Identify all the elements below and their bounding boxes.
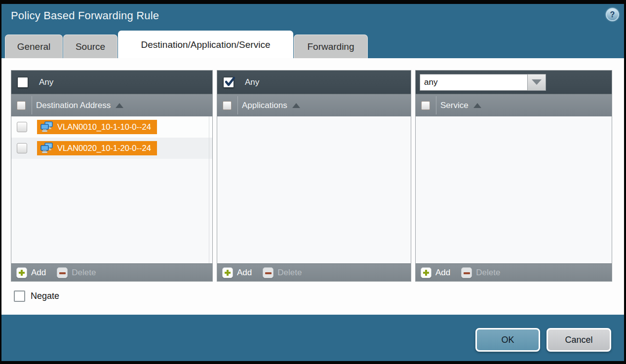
row-checkbox[interactable] [17,122,27,132]
service-list [416,116,612,263]
checkmark-icon [224,76,236,88]
applications-column-header[interactable]: Applications [217,94,411,116]
applications-list [217,116,411,263]
destination-address-column-header[interactable]: Destination Address [11,94,212,116]
plus-icon [421,267,431,278]
dialog-background: Policy Based Forwarding Rule ? General S… [1,4,624,361]
service-dropdown-bar: any [416,71,612,94]
cancel-button[interactable]: Cancel [547,328,611,352]
delete-label: Delete [476,268,500,278]
minus-icon [461,267,472,278]
plus-icon [16,267,27,278]
add-button[interactable]: Add [222,267,252,278]
column-separator [436,96,436,114]
service-column-title: Service [440,101,469,110]
address-object-chip[interactable]: VLAN0010_10-1-10-0--24 [37,120,157,134]
applications-select-all-checkbox[interactable] [223,101,232,110]
policy-forwarding-dialog: Policy Based Forwarding Rule ? General S… [0,0,626,364]
sort-ascending-icon [292,103,300,108]
destination-address-list: VLAN0010_10-1-10-0--24 [11,116,212,263]
ok-button[interactable]: OK [475,328,540,352]
tab-general[interactable]: General [5,35,63,58]
delete-label: Delete [72,268,96,278]
address-object-label: VLAN0020_10-1-20-0--24 [57,144,151,153]
minus-icon [57,267,68,278]
address-object-icon [40,121,53,133]
negate-label: Negate [31,291,59,301]
row-checkbox[interactable] [17,143,27,153]
destination-footer: Add Delete [11,263,212,281]
delete-button[interactable]: Delete [263,267,302,278]
add-label: Add [435,268,450,278]
tab-forwarding[interactable]: Forwarding [294,35,368,58]
applications-column-title: Applications [242,101,287,110]
applications-any-label: Any [245,77,259,87]
negate-control[interactable]: Negate [14,291,59,302]
negate-checkbox[interactable] [14,291,25,302]
address-object-label: VLAN0010_10-1-10-0--24 [57,122,151,132]
sort-ascending-icon [116,103,123,108]
destination-any-label: Any [39,77,53,87]
applications-footer: Add Delete [217,263,411,281]
column-separator [32,96,32,114]
minus-icon [263,267,274,278]
service-footer: Add Delete [416,263,612,281]
applications-any-bar: Any [217,71,411,94]
address-object-chip[interactable]: VLAN0020_10-1-20-0--24 [37,141,157,155]
tab-destination-application-service[interactable]: Destination/Application/Service [118,31,293,58]
add-button[interactable]: Add [16,267,46,278]
service-dropdown-button[interactable] [527,74,546,91]
table-row[interactable]: VLAN0020_10-1-20-0--24 [11,138,212,159]
add-button[interactable]: Add [421,267,450,278]
destination-column-title: Destination Address [36,101,111,110]
service-dropdown[interactable]: any [420,74,546,91]
dialog-title: Policy Based Forwarding Rule [11,9,159,22]
service-column-header[interactable]: Service [416,94,612,116]
delete-button[interactable]: Delete [461,267,500,278]
table-row[interactable]: VLAN0010_10-1-10-0--24 [11,116,212,138]
applications-any-checkbox[interactable] [223,77,234,88]
delete-label: Delete [277,268,302,278]
destination-select-all-checkbox[interactable] [17,101,26,110]
applications-panel: Any Applications Add Delete [217,70,411,282]
help-icon[interactable]: ? [606,8,619,21]
destination-any-bar: Any [11,71,212,94]
tab-content-area: Any Destination Address [1,58,624,315]
scrollbar-track[interactable] [209,116,209,263]
address-object-icon [40,143,53,154]
tab-source[interactable]: Source [63,35,117,58]
service-dropdown-value[interactable]: any [420,74,527,91]
add-label: Add [31,268,46,278]
add-label: Add [237,268,252,278]
destination-any-checkbox[interactable] [17,77,28,88]
service-select-all-checkbox[interactable] [421,101,430,110]
delete-button[interactable]: Delete [57,267,96,278]
column-separator [237,96,238,114]
plus-icon [222,267,233,278]
destination-address-panel: Any Destination Address [11,70,213,282]
sort-ascending-icon [473,103,481,108]
service-panel: any Service Add [415,70,612,282]
chevron-down-icon [532,79,542,85]
